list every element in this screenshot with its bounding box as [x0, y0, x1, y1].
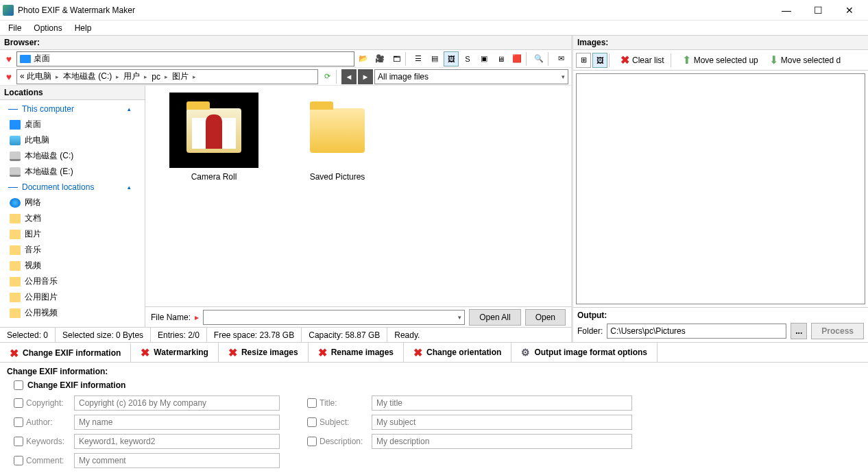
author-field[interactable]: [74, 415, 280, 430]
exif-legend: Change EXIF information:: [7, 367, 861, 376]
change-exif-label: Change EXIF information: [27, 380, 125, 390]
view-monitor-icon[interactable]: 🖥: [493, 51, 508, 66]
description-checkbox[interactable]: [307, 437, 317, 446]
tab-orientation[interactable]: ✖Change orientation: [404, 343, 511, 362]
tab-rename[interactable]: ✖Rename images: [309, 343, 404, 362]
images-header: Images:: [573, 36, 868, 50]
thumb-label: Camera Roll: [166, 172, 262, 182]
copyright-field[interactable]: [74, 395, 280, 411]
loc-videos[interactable]: 视频: [0, 258, 145, 273]
x-icon: ✖: [228, 346, 237, 359]
loc-music[interactable]: 音乐: [0, 242, 145, 258]
tab-watermark[interactable]: ✖Watermarking: [131, 343, 219, 362]
x-icon: ✖: [10, 347, 19, 360]
back-icon[interactable]: ◄: [341, 69, 357, 84]
change-exif-checkbox[interactable]: [14, 380, 23, 390]
tab-format[interactable]: ⚙Output image format options: [511, 343, 658, 362]
file-filter-select[interactable]: All image files ▾: [374, 69, 568, 84]
view-preview-icon[interactable]: 🟥: [509, 51, 525, 66]
subject-checkbox[interactable]: [307, 417, 317, 427]
status-capacity: Capacity: 58.87 GB: [302, 328, 387, 342]
status-selected: Selected: 0: [0, 328, 56, 342]
keywords-checkbox[interactable]: [14, 437, 23, 446]
app-icon: [3, 5, 14, 16]
subject-field[interactable]: [372, 415, 632, 430]
author-checkbox[interactable]: [14, 417, 23, 427]
comment-field[interactable]: [74, 453, 280, 468]
loc-thispc[interactable]: 此电脑: [0, 132, 145, 148]
images-list[interactable]: [576, 73, 865, 304]
output-folder-input[interactable]: [607, 324, 786, 339]
output-header: Output:: [577, 310, 864, 320]
open-all-button[interactable]: Open All: [469, 309, 520, 326]
clear-list-button[interactable]: ✖Clear list: [616, 51, 669, 69]
locations-header: Locations: [0, 86, 145, 100]
search-icon[interactable]: 🔍: [531, 51, 546, 66]
menu-options[interactable]: Options: [28, 22, 67, 34]
menu-help[interactable]: Help: [69, 22, 97, 34]
address-text: 桌面: [34, 53, 50, 64]
process-button[interactable]: Process: [811, 323, 864, 339]
thumb-label: Saved Pictures: [289, 172, 385, 182]
loc-public-music[interactable]: 公用音乐: [0, 273, 145, 289]
loc-network[interactable]: 网络: [0, 195, 145, 210]
tab-exif[interactable]: ✖Change EXIF information: [0, 343, 131, 362]
view-small-icon[interactable]: ⊞: [576, 53, 591, 68]
send-icon[interactable]: ✉: [553, 51, 568, 66]
move-down-button[interactable]: ⬇Move selected d: [764, 51, 845, 69]
breadcrumb[interactable]: « 此电脑▸ 本地磁盘 (C:)▸ 用户▸ pc▸ 图片▸: [16, 69, 318, 84]
folder-saved-pictures[interactable]: Saved Pictures: [289, 93, 385, 182]
favorite-icon[interactable]: ♥: [3, 53, 15, 65]
copyright-checkbox[interactable]: [14, 398, 23, 408]
loc-drive-c[interactable]: 本地磁盘 (C:): [0, 148, 145, 164]
maximize-button[interactable]: ☐: [802, 0, 834, 21]
address-input[interactable]: 桌面: [16, 51, 354, 66]
move-up-button[interactable]: ⬆Move selected up: [677, 51, 763, 69]
title-field[interactable]: [372, 395, 632, 411]
loc-public-pictures[interactable]: 公用图片: [0, 289, 145, 305]
gear-icon: ⚙: [521, 347, 530, 358]
folder-camera-roll[interactable]: Camera Roll: [166, 93, 262, 182]
x-icon: ✖: [413, 346, 422, 359]
tab-resize[interactable]: ✖Resize images: [219, 343, 309, 362]
loc-drive-e[interactable]: 本地磁盘 (E:): [0, 164, 145, 180]
view-large-icon[interactable]: 🖼: [592, 53, 607, 68]
close-button[interactable]: ✕: [834, 0, 865, 21]
loc-documents[interactable]: 文档: [0, 210, 145, 226]
group-document-locations[interactable]: Document locations▴: [0, 180, 145, 195]
window-title: Photo EXIF & Watermark Maker: [18, 5, 771, 15]
file-name-label: File Name:: [151, 313, 191, 322]
loc-public-videos[interactable]: 公用视频: [0, 305, 145, 321]
file-name-combo[interactable]: ▾: [203, 310, 465, 325]
open-button[interactable]: Open: [525, 309, 566, 326]
view-list-icon[interactable]: ☰: [411, 51, 426, 66]
browse-button[interactable]: ...: [791, 323, 807, 339]
view-slideshow-icon[interactable]: ▣: [477, 51, 492, 66]
loc-desktop[interactable]: 桌面: [0, 117, 145, 132]
arrow-down-icon: ⬇: [769, 53, 778, 66]
arrow-up-icon: ⬆: [682, 53, 691, 66]
favorite2-icon[interactable]: ♥: [3, 71, 15, 83]
comment-checkbox[interactable]: [14, 456, 23, 465]
minimize-button[interactable]: —: [771, 0, 802, 21]
view-details-icon[interactable]: ▤: [427, 51, 442, 66]
refresh-icon[interactable]: ⟳: [320, 69, 335, 84]
loc-pictures[interactable]: 图片: [0, 226, 145, 242]
chevron-up-icon: ▴: [128, 106, 131, 112]
forward-icon[interactable]: ►: [358, 69, 373, 84]
view-thumbs-icon[interactable]: 🖼: [444, 51, 459, 66]
explorer-icon[interactable]: 🗔: [389, 51, 404, 66]
desktop-icon: [20, 55, 31, 63]
x-icon: ✖: [318, 346, 327, 359]
keywords-field[interactable]: [74, 434, 280, 449]
view-filmstrip-icon[interactable]: S: [460, 51, 475, 66]
status-size: Selected size: 0 Bytes: [56, 328, 151, 342]
camera-icon[interactable]: 🎥: [372, 51, 387, 66]
status-entries: Entries: 2/0: [151, 328, 207, 342]
x-icon: ✖: [141, 346, 149, 359]
group-this-computer[interactable]: This computer▴: [0, 101, 145, 117]
title-checkbox[interactable]: [307, 398, 317, 408]
open-folder-icon[interactable]: 📂: [356, 51, 371, 66]
menu-file[interactable]: File: [3, 22, 27, 34]
description-field[interactable]: [372, 434, 632, 449]
